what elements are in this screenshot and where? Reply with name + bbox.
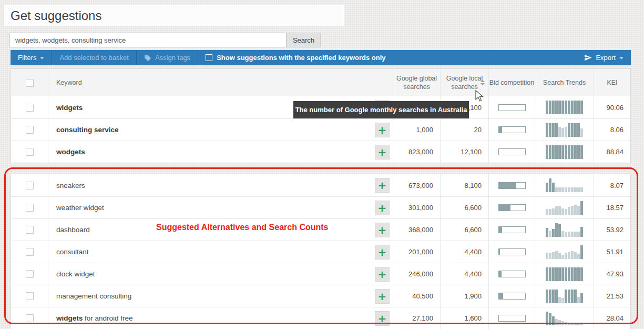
trend-bar xyxy=(580,187,583,192)
kei-value: 90.06 xyxy=(594,96,630,118)
bid-competition-cell xyxy=(488,307,535,329)
keyword-label: widgets xyxy=(56,104,83,112)
search-trends-cell xyxy=(535,241,594,263)
trend-bar xyxy=(558,297,561,303)
row-checkbox[interactable] xyxy=(26,148,34,156)
assign-tags-button[interactable]: Assign tags xyxy=(137,50,198,65)
trend-bar xyxy=(580,128,583,137)
add-keyword-button[interactable]: + xyxy=(375,267,390,282)
filters-button[interactable]: Filters xyxy=(11,50,52,65)
keyword-cell: consulting service+ xyxy=(48,119,393,141)
trend-bar xyxy=(549,253,551,259)
add-keyword-button[interactable]: + xyxy=(375,311,390,326)
trend-bar xyxy=(574,123,577,137)
add-keyword-button[interactable]: + xyxy=(375,245,390,260)
trend-bar xyxy=(549,267,551,281)
trend-bar xyxy=(580,227,583,236)
row-checkbox[interactable] xyxy=(26,270,34,278)
keywords-search-input[interactable] xyxy=(9,33,287,47)
bid-competition-bar xyxy=(498,315,526,322)
trend-bar xyxy=(577,206,580,215)
trend-bar xyxy=(558,320,561,325)
trend-bar xyxy=(577,232,580,236)
row-checkbox[interactable] xyxy=(26,314,34,322)
bid-competition-cell xyxy=(488,141,535,163)
add-keyword-button[interactable]: + xyxy=(375,289,390,304)
add-keyword-button[interactable]: + xyxy=(375,201,390,215)
column-header-global-searches[interactable]: Google global searches xyxy=(393,69,440,96)
column-header-kei[interactable]: KEI xyxy=(594,69,630,96)
trend-bar xyxy=(580,245,583,259)
row-checkbox[interactable] xyxy=(26,226,34,234)
trend-bar xyxy=(561,267,564,281)
table-row: sneakers+673,0008,1008.07 xyxy=(11,174,630,196)
trend-bar xyxy=(549,313,551,325)
global-searches-value: 40,500 xyxy=(393,285,440,307)
trend-bar xyxy=(549,145,551,159)
trend-bar xyxy=(571,123,574,137)
trend-bar xyxy=(568,145,570,159)
header-checkbox-cell xyxy=(11,69,48,96)
trend-bar xyxy=(561,101,564,114)
table-row: clock widget+246,0004,40047.93 xyxy=(11,263,630,285)
trend-bar xyxy=(546,267,548,281)
trend-bar xyxy=(546,101,548,114)
trend-bar xyxy=(580,201,583,215)
column-header-search-trends[interactable]: Search Trends xyxy=(535,69,594,96)
trend-bar xyxy=(565,253,567,259)
search-button[interactable]: Search xyxy=(287,33,321,47)
show-specified-only-checkbox[interactable]: Show suggestions with the specified keyw… xyxy=(198,54,393,62)
trend-bar xyxy=(571,232,574,236)
search-trends-chart xyxy=(546,312,583,325)
trend-bar xyxy=(552,101,555,114)
add-keyword-button[interactable]: + xyxy=(375,178,390,193)
kei-value: 88.84 xyxy=(594,141,630,163)
trend-bar xyxy=(571,206,574,215)
trend-bar xyxy=(565,267,567,281)
row-checkbox[interactable] xyxy=(26,204,34,212)
row-checkbox[interactable] xyxy=(26,182,34,190)
search-trends-cell xyxy=(535,197,594,218)
add-keyword-button[interactable]: + xyxy=(375,123,390,137)
get-suggestions-screen: Get suggestions Search Filters Add selec… xyxy=(0,0,644,329)
export-label: Export xyxy=(596,54,616,62)
search-trends-chart xyxy=(546,101,583,114)
trend-bar xyxy=(574,290,577,303)
keyword-cell: management consulting+ xyxy=(48,285,393,307)
add-selected-to-basket-button[interactable]: Add selected to basket xyxy=(52,50,136,65)
bid-competition-fill xyxy=(499,249,500,255)
column-header-local-searches[interactable]: Google local searches xyxy=(440,69,488,96)
add-keyword-button[interactable]: + xyxy=(375,223,390,237)
trend-bar xyxy=(552,267,555,281)
bid-competition-cell xyxy=(488,219,535,241)
row-checkbox[interactable] xyxy=(26,104,34,112)
row-checkbox[interactable] xyxy=(26,248,34,256)
bid-competition-bar xyxy=(498,226,526,233)
column-header-keyword[interactable]: Keyword xyxy=(48,69,393,96)
table-row: dashboard+368,0006,60053.92 xyxy=(11,218,630,241)
select-all-checkbox[interactable] xyxy=(26,79,34,87)
plus-icon: + xyxy=(378,147,387,157)
page-title: Get suggestions xyxy=(4,5,344,26)
search-trends-cell xyxy=(535,219,594,241)
search-trends-chart xyxy=(546,245,583,259)
keyword-cell: weather widget+ xyxy=(48,197,393,218)
trend-bar xyxy=(555,267,558,281)
trend-bar xyxy=(552,208,555,215)
filters-label: Filters xyxy=(18,54,36,62)
local-searches-value: 8,100 xyxy=(440,174,488,196)
add-keyword-button[interactable]: + xyxy=(375,145,390,159)
keyword-label: wodgets xyxy=(56,148,85,156)
sort-icon[interactable] xyxy=(481,80,485,85)
trend-bar xyxy=(568,123,570,137)
bid-competition-cell xyxy=(488,197,535,218)
export-button[interactable]: Export xyxy=(577,50,631,65)
row-checkbox[interactable] xyxy=(26,126,34,134)
row-checkbox-cell xyxy=(11,197,48,218)
column-header-bid-competition[interactable]: Bid competition xyxy=(488,69,535,96)
global-searches-value: 368,000 xyxy=(393,219,440,241)
keyword-label: widgets for android free xyxy=(56,314,133,322)
row-checkbox[interactable] xyxy=(26,292,34,300)
trend-bar xyxy=(546,183,548,192)
bid-competition-bar xyxy=(498,182,526,189)
